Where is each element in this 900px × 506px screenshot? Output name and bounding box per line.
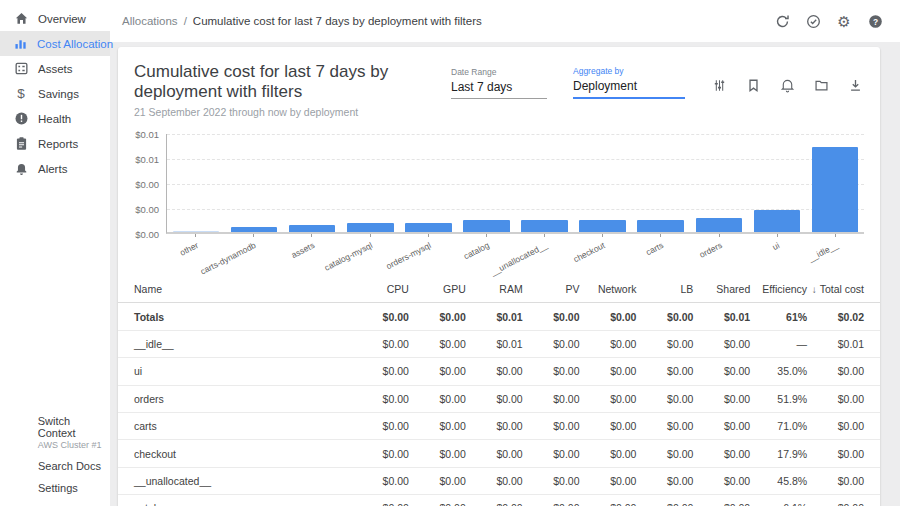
sidebar-item-alerts[interactable]: Alerts	[0, 156, 110, 181]
switch-context-button[interactable]: Switch Context AWS Cluster #1	[0, 410, 110, 455]
date-range-value[interactable]: Last 7 days	[451, 80, 547, 99]
sidebar-item-reports[interactable]: Reports	[0, 131, 110, 156]
settings-button[interactable]: Settings	[0, 477, 110, 499]
page-subtitle: 21 September 2022 through now by deploym…	[134, 106, 451, 118]
column-header-network[interactable]: Network	[580, 283, 637, 295]
row-value-ram: $0.00	[466, 393, 523, 405]
table-row-orders[interactable]: orders$0.00$0.00$0.00$0.00$0.00$0.00$0.0…	[118, 386, 880, 413]
bar-catalog-mysql[interactable]	[341, 134, 399, 232]
table-row-catalog[interactable]: catalog$0.00$0.00$0.00$0.00$0.00$0.00$0.…	[118, 495, 880, 506]
row-value-cpu: $0.00	[352, 393, 409, 405]
row-value-lb: $0.00	[636, 448, 693, 460]
sidebar-item-label: Overview	[38, 13, 86, 25]
x-tick-carts: carts	[631, 234, 689, 274]
bar-orders[interactable]	[690, 134, 748, 232]
bar-catalog[interactable]	[457, 134, 515, 232]
row-value-efficiency: 45.8%	[750, 475, 807, 487]
column-header-lb[interactable]: LB	[636, 283, 693, 295]
column-header-cpu[interactable]: CPU	[352, 283, 409, 295]
gear-icon[interactable]: ⚙	[835, 12, 853, 30]
bar-checkout[interactable]	[574, 134, 632, 232]
bar-other[interactable]	[167, 134, 225, 232]
check-circle-icon[interactable]	[804, 12, 822, 30]
x-tick-orders: orders	[690, 234, 748, 274]
column-header-gpu[interactable]: GPU	[409, 283, 466, 295]
column-header-ram[interactable]: RAM	[466, 283, 523, 295]
column-header-shared[interactable]: Shared	[693, 283, 750, 295]
table-row-unallocated[interactable]: __unallocated__$0.00$0.00$0.00$0.00$0.00…	[118, 468, 880, 495]
bar-idle[interactable]	[806, 134, 864, 232]
bar-rect	[637, 220, 683, 233]
bar-chart-icon	[13, 36, 28, 51]
row-value-total-cost: $0.00	[807, 365, 864, 377]
table-row-checkout[interactable]: checkout$0.00$0.00$0.00$0.00$0.00$0.00$0…	[118, 440, 880, 467]
column-header-name[interactable]: Name	[134, 283, 352, 295]
search-docs-button[interactable]: Search Docs	[0, 455, 110, 477]
x-axis-label: ui	[771, 240, 781, 252]
row-value-gpu: $0.00	[409, 420, 466, 432]
bar-unallocated[interactable]	[515, 134, 573, 232]
table-row-ui[interactable]: ui$0.00$0.00$0.00$0.00$0.00$0.00$0.0035.…	[118, 358, 880, 385]
bell-outline-icon[interactable]	[779, 77, 796, 94]
bar-assets[interactable]	[283, 134, 341, 232]
row-value-shared: $0.00	[693, 338, 750, 350]
breadcrumb: Allocations / Cumulative cost for last 7…	[122, 15, 482, 27]
row-value-total-cost: $0.00	[807, 393, 864, 405]
bar-rect	[405, 223, 451, 232]
row-value-gpu: $0.00	[409, 338, 466, 350]
help-icon[interactable]: ?	[866, 12, 884, 30]
sidebar-item-savings[interactable]: $Savings	[0, 81, 110, 106]
breadcrumb-separator: /	[184, 15, 187, 27]
table-row-totals[interactable]: Totals$0.00$0.00$0.01$0.00$0.00$0.00$0.0…	[118, 303, 880, 330]
row-value-total-cost: $0.01	[807, 338, 864, 350]
refresh-icon[interactable]	[773, 12, 791, 30]
row-value-cpu: $0.00	[352, 365, 409, 377]
bar-ui[interactable]	[748, 134, 806, 232]
sidebar-item-assets[interactable]: Assets	[0, 56, 110, 81]
row-value-network: $0.00	[580, 311, 637, 323]
column-header-efficiency[interactable]: Efficiency	[750, 283, 807, 295]
column-header-total-cost[interactable]: ↓Total cost	[807, 283, 864, 295]
svg-text:?: ?	[872, 16, 877, 26]
bar-carts[interactable]	[632, 134, 690, 232]
bar-orders-mysql[interactable]	[399, 134, 457, 232]
breadcrumb-current: Cumulative cost for last 7 days by deplo…	[193, 15, 482, 27]
bookmark-icon[interactable]	[745, 77, 762, 94]
table-row-idle[interactable]: __idle__$0.00$0.00$0.01$0.00$0.00$0.00$0…	[118, 331, 880, 358]
sidebar-item-label: Reports	[38, 138, 78, 150]
sort-arrow-icon: ↓	[812, 284, 817, 295]
table-row-carts[interactable]: carts$0.00$0.00$0.00$0.00$0.00$0.00$0.00…	[118, 413, 880, 440]
tune-filters-icon[interactable]	[711, 77, 728, 94]
row-name: carts	[134, 420, 352, 432]
aggregate-by-field[interactable]: Aggregate by Deployment	[573, 66, 685, 99]
x-axis-label: carts	[644, 240, 665, 257]
row-value-ram: $0.00	[466, 448, 523, 460]
row-value-shared: $0.00	[693, 502, 750, 506]
row-value-shared: $0.00	[693, 475, 750, 487]
row-value-shared: $0.01	[693, 311, 750, 323]
row-value-ram: $0.01	[466, 338, 523, 350]
row-value-lb: $0.00	[636, 393, 693, 405]
sidebar-item-overview[interactable]: Overview	[0, 6, 110, 31]
date-range-field[interactable]: Date Range Last 7 days	[451, 67, 547, 99]
sidebar-item-health[interactable]: Health	[0, 106, 110, 131]
x-axis-label: __idle__	[806, 240, 839, 264]
row-name: Totals	[134, 311, 352, 323]
bar-carts-dynamodb[interactable]	[225, 134, 283, 232]
sidebar-nav: OverviewCost AllocationAssets$SavingsHea…	[0, 0, 110, 181]
y-tick-label: $0.01	[135, 129, 159, 140]
breadcrumb-allocations-link[interactable]: Allocations	[122, 15, 178, 27]
row-value-network: $0.00	[580, 365, 637, 377]
folder-icon[interactable]	[813, 77, 830, 94]
sidebar-item-cost-allocation[interactable]: Cost Allocation	[0, 31, 110, 56]
aggregate-by-value[interactable]: Deployment	[573, 79, 685, 99]
row-value-cpu: $0.00	[352, 420, 409, 432]
download-icon[interactable]	[847, 77, 864, 94]
column-header-pv[interactable]: PV	[523, 283, 580, 295]
row-value-ram: $0.00	[466, 475, 523, 487]
report-controls: Date Range Last 7 days Aggregate by Depl…	[451, 62, 864, 99]
chart-plot-area	[166, 134, 864, 234]
row-value-pv: $0.00	[523, 393, 580, 405]
row-value-network: $0.00	[580, 475, 637, 487]
x-axis-label: catalog	[462, 240, 491, 261]
